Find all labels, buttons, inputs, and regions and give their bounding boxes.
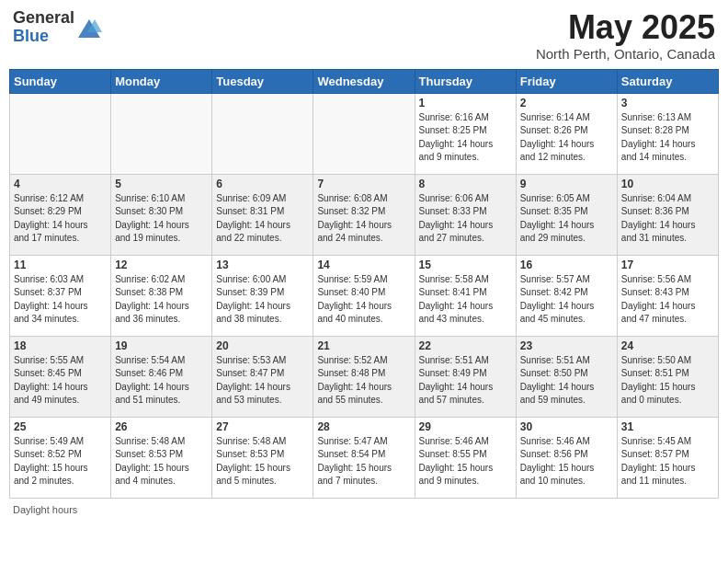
day-cell: 13Sunrise: 6:00 AM Sunset: 8:39 PM Dayli…: [212, 255, 313, 336]
day-number: 28: [317, 420, 410, 433]
day-cell: 28Sunrise: 5:47 AM Sunset: 8:54 PM Dayli…: [313, 417, 415, 498]
logo-general-text: General: [13, 9, 74, 28]
day-number: 26: [115, 420, 208, 433]
day-number: 12: [115, 259, 208, 271]
day-cell: 17Sunrise: 5:56 AM Sunset: 8:43 PM Dayli…: [617, 255, 718, 336]
day-info: Sunrise: 5:55 AM Sunset: 8:45 PM Dayligh…: [14, 354, 107, 408]
day-info: Sunrise: 5:50 AM Sunset: 8:51 PM Dayligh…: [621, 354, 714, 408]
day-cell: 9Sunrise: 6:05 AM Sunset: 8:35 PM Daylig…: [516, 174, 617, 255]
day-number: 1: [419, 97, 512, 109]
day-number: 4: [14, 178, 107, 190]
day-info: Sunrise: 5:51 AM Sunset: 8:50 PM Dayligh…: [520, 354, 613, 408]
day-cell: 20Sunrise: 5:53 AM Sunset: 8:47 PM Dayli…: [212, 336, 313, 417]
day-header-saturday: Saturday: [617, 69, 718, 93]
day-cell: 30Sunrise: 5:46 AM Sunset: 8:56 PM Dayli…: [516, 417, 617, 498]
day-info: Sunrise: 6:05 AM Sunset: 8:35 PM Dayligh…: [520, 192, 613, 246]
day-info: Sunrise: 6:12 AM Sunset: 8:29 PM Dayligh…: [14, 192, 107, 246]
day-info: Sunrise: 5:46 AM Sunset: 8:56 PM Dayligh…: [520, 435, 613, 488]
month-title: May 2025: [536, 9, 715, 46]
day-number: 23: [520, 339, 613, 352]
day-cell: 23Sunrise: 5:51 AM Sunset: 8:50 PM Dayli…: [516, 336, 617, 417]
day-number: 22: [419, 339, 512, 352]
day-number: 24: [621, 339, 714, 352]
day-number: 5: [115, 178, 208, 190]
day-number: 14: [317, 259, 410, 271]
day-cell: 29Sunrise: 5:46 AM Sunset: 8:55 PM Dayli…: [415, 417, 516, 498]
day-number: 16: [520, 259, 613, 271]
day-number: 6: [216, 178, 309, 190]
day-cell: 1Sunrise: 6:16 AM Sunset: 8:25 PM Daylig…: [415, 93, 516, 174]
week-row-2: 4Sunrise: 6:12 AM Sunset: 8:29 PM Daylig…: [10, 174, 719, 255]
day-header-wednesday: Wednesday: [313, 69, 415, 93]
week-row-1: 1Sunrise: 6:16 AM Sunset: 8:25 PM Daylig…: [10, 93, 719, 174]
day-cell: 19Sunrise: 5:54 AM Sunset: 8:46 PM Dayli…: [111, 336, 212, 417]
day-info: Sunrise: 6:09 AM Sunset: 8:31 PM Dayligh…: [216, 192, 309, 246]
day-number: 31: [621, 420, 714, 433]
day-header-sunday: Sunday: [10, 69, 111, 93]
day-number: 27: [216, 420, 309, 433]
day-number: 15: [419, 259, 512, 271]
day-cell: 21Sunrise: 5:52 AM Sunset: 8:48 PM Dayli…: [313, 336, 415, 417]
day-info: Sunrise: 6:02 AM Sunset: 8:38 PM Dayligh…: [115, 273, 208, 327]
day-number: 9: [520, 178, 613, 190]
day-info: Sunrise: 5:57 AM Sunset: 8:42 PM Dayligh…: [520, 273, 613, 327]
day-number: 18: [14, 339, 107, 352]
logo-icon: [76, 16, 102, 41]
day-info: Sunrise: 6:16 AM Sunset: 8:25 PM Dayligh…: [419, 111, 512, 165]
day-info: Sunrise: 6:00 AM Sunset: 8:39 PM Dayligh…: [216, 273, 309, 327]
day-cell: 15Sunrise: 5:58 AM Sunset: 8:41 PM Dayli…: [415, 255, 516, 336]
day-cell: 11Sunrise: 6:03 AM Sunset: 8:37 PM Dayli…: [10, 255, 111, 336]
day-info: Sunrise: 5:52 AM Sunset: 8:48 PM Dayligh…: [317, 354, 410, 408]
day-info: Sunrise: 5:47 AM Sunset: 8:54 PM Dayligh…: [317, 435, 410, 488]
day-cell: 7Sunrise: 6:08 AM Sunset: 8:32 PM Daylig…: [313, 174, 415, 255]
day-cell: 5Sunrise: 6:10 AM Sunset: 8:30 PM Daylig…: [111, 174, 212, 255]
logo-blue-text: Blue: [13, 28, 74, 46]
day-info: Sunrise: 5:53 AM Sunset: 8:47 PM Dayligh…: [216, 354, 309, 408]
day-info: Sunrise: 6:10 AM Sunset: 8:30 PM Dayligh…: [115, 192, 208, 246]
title-block: May 2025 North Perth, Ontario, Canada: [536, 9, 715, 62]
day-info: Sunrise: 5:49 AM Sunset: 8:52 PM Dayligh…: [14, 435, 107, 488]
day-cell: [313, 93, 415, 174]
day-cell: 8Sunrise: 6:06 AM Sunset: 8:33 PM Daylig…: [415, 174, 516, 255]
day-number: 17: [621, 259, 714, 271]
day-cell: 16Sunrise: 5:57 AM Sunset: 8:42 PM Dayli…: [516, 255, 617, 336]
day-number: 10: [621, 178, 714, 190]
day-number: 19: [115, 339, 208, 352]
day-number: 7: [317, 178, 410, 190]
day-number: 2: [520, 97, 613, 109]
day-cell: 3Sunrise: 6:13 AM Sunset: 8:28 PM Daylig…: [617, 93, 718, 174]
day-cell: 27Sunrise: 5:48 AM Sunset: 8:53 PM Dayli…: [212, 417, 313, 498]
day-cell: 24Sunrise: 5:50 AM Sunset: 8:51 PM Dayli…: [617, 336, 718, 417]
day-number: 3: [621, 97, 714, 109]
day-cell: 14Sunrise: 5:59 AM Sunset: 8:40 PM Dayli…: [313, 255, 415, 336]
day-info: Sunrise: 5:51 AM Sunset: 8:49 PM Dayligh…: [419, 354, 512, 408]
day-cell: 26Sunrise: 5:48 AM Sunset: 8:53 PM Dayli…: [111, 417, 212, 498]
day-cell: 12Sunrise: 6:02 AM Sunset: 8:38 PM Dayli…: [111, 255, 212, 336]
day-header-friday: Friday: [516, 69, 617, 93]
page-header: General Blue May 2025 North Perth, Ontar…: [9, 9, 719, 62]
day-cell: [10, 93, 111, 174]
header-row: SundayMondayTuesdayWednesdayThursdayFrid…: [10, 69, 719, 93]
daylight-hours-label: Daylight hours: [13, 504, 77, 515]
day-cell: 10Sunrise: 6:04 AM Sunset: 8:36 PM Dayli…: [617, 174, 718, 255]
day-info: Sunrise: 5:54 AM Sunset: 8:46 PM Dayligh…: [115, 354, 208, 408]
day-info: Sunrise: 6:08 AM Sunset: 8:32 PM Dayligh…: [317, 192, 410, 246]
day-number: 29: [419, 420, 512, 433]
day-info: Sunrise: 5:46 AM Sunset: 8:55 PM Dayligh…: [419, 435, 512, 488]
day-cell: 25Sunrise: 5:49 AM Sunset: 8:52 PM Dayli…: [10, 417, 111, 498]
day-info: Sunrise: 6:13 AM Sunset: 8:28 PM Dayligh…: [621, 111, 714, 165]
day-info: Sunrise: 5:56 AM Sunset: 8:43 PM Dayligh…: [621, 273, 714, 327]
day-info: Sunrise: 5:59 AM Sunset: 8:40 PM Dayligh…: [317, 273, 410, 327]
day-info: Sunrise: 6:06 AM Sunset: 8:33 PM Dayligh…: [419, 192, 512, 246]
location: North Perth, Ontario, Canada: [536, 46, 715, 62]
logo: General Blue: [13, 9, 102, 46]
day-cell: 31Sunrise: 5:45 AM Sunset: 8:57 PM Dayli…: [617, 417, 718, 498]
day-cell: 22Sunrise: 5:51 AM Sunset: 8:49 PM Dayli…: [415, 336, 516, 417]
day-header-thursday: Thursday: [415, 69, 516, 93]
day-header-tuesday: Tuesday: [212, 69, 313, 93]
day-info: Sunrise: 5:48 AM Sunset: 8:53 PM Dayligh…: [216, 435, 309, 488]
day-info: Sunrise: 5:45 AM Sunset: 8:57 PM Dayligh…: [621, 435, 714, 488]
day-header-monday: Monday: [111, 69, 212, 93]
day-number: 11: [14, 259, 107, 271]
day-number: 8: [419, 178, 512, 190]
